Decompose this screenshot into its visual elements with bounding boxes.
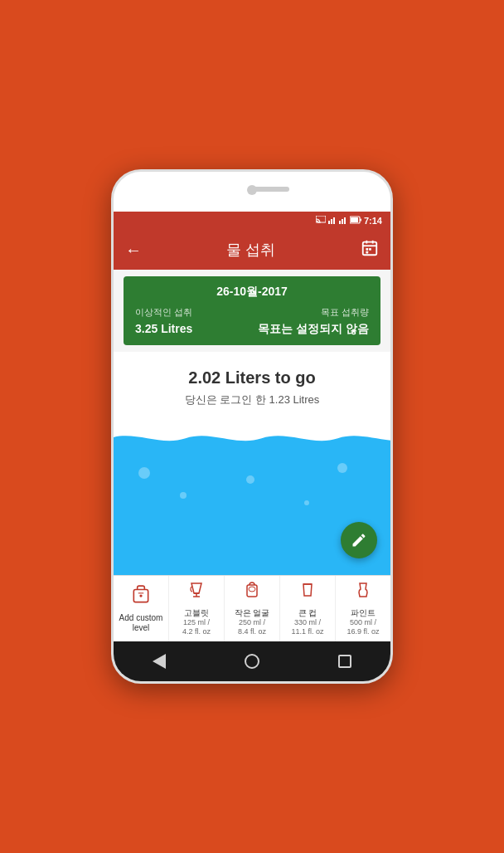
pint-label: 파인트	[351, 608, 376, 618]
phone-screen: 7:14 ← 물 섭취 26-10월-2017	[114, 212, 390, 641]
svg-rect-2	[331, 219, 332, 224]
svg-point-18	[139, 594, 142, 597]
svg-rect-9	[351, 217, 358, 222]
bubble5	[337, 463, 347, 473]
phone-speaker	[248, 187, 289, 192]
date-card: 26-10월-2017 이상적인 섭취 목표 섭취량 3.25 Litres 목…	[124, 276, 380, 345]
status-bar: 7:14	[114, 212, 390, 230]
svg-rect-8	[360, 219, 361, 222]
phone-frame: 7:14 ← 물 섭취 26-10월-2017	[111, 169, 393, 684]
svg-rect-5	[342, 219, 343, 224]
fab-button[interactable]	[341, 522, 377, 558]
status-icons: 7:14	[316, 216, 382, 226]
cast-icon	[316, 216, 326, 226]
goblet-icon	[187, 581, 206, 606]
ideal-value: 3.25 Litres	[135, 322, 192, 337]
nav-back-button[interactable]	[153, 654, 166, 669]
bottom-item-small-ice[interactable]: 작은 얼굴 250 ml /8.4 fl. oz	[225, 576, 280, 641]
nav-home-button[interactable]	[245, 654, 259, 669]
bottom-item-goblet[interactable]: 고블릿 125 ml /4.2 fl. oz	[169, 576, 225, 641]
small-ice-icon	[242, 581, 262, 606]
custom-icon	[130, 584, 152, 611]
svg-rect-16	[366, 251, 368, 253]
pint-icon	[353, 581, 373, 606]
svg-rect-4	[339, 221, 341, 224]
liters-to-go: 2.02 Liters to go	[188, 368, 315, 388]
bubble3	[246, 475, 254, 484]
big-cup-label: 큰 컵	[298, 608, 317, 618]
big-cup-sub: 330 ml /11.1 fl. oz	[291, 618, 323, 636]
svg-rect-6	[344, 217, 346, 224]
back-button[interactable]: ←	[125, 241, 142, 260]
bottom-item-pint[interactable]: 파인트 500 ml /16.9 fl. oz	[336, 576, 390, 641]
custom-label: Add customlevel	[119, 613, 163, 633]
pint-sub: 500 ml /16.9 fl. oz	[346, 618, 379, 636]
page-title: 물 섭취	[226, 240, 275, 260]
goal-label: 목표 섭취량	[321, 306, 369, 319]
svg-rect-1	[328, 221, 330, 224]
small-ice-sub: 250 ml /8.4 fl. oz	[238, 618, 266, 636]
signal-icon	[328, 216, 337, 226]
bottom-item-big-cup[interactable]: 큰 컵 330 ml /11.1 fl. oz	[280, 576, 336, 641]
svg-point-23	[249, 587, 255, 592]
bubble4	[304, 500, 309, 505]
nav-bar	[114, 641, 390, 681]
logged-text: 당신은 로그인 한 1.23 Litres	[185, 392, 320, 407]
main-content: 2.02 Liters to go 당신은 로그인 한 1.23 Litres	[114, 352, 390, 575]
svg-rect-15	[369, 248, 371, 251]
goal-value: 목표는 설정되지 않음	[258, 322, 369, 337]
bottom-item-custom[interactable]: Add customlevel	[114, 576, 169, 641]
battery-icon	[350, 216, 361, 226]
bubble2	[180, 492, 187, 499]
goblet-sub: 125 ml /4.2 fl. oz	[182, 618, 211, 636]
ideal-label: 이상적인 섭취	[135, 306, 192, 319]
date-title: 26-10월-2017	[135, 285, 369, 300]
status-time: 7:14	[364, 216, 382, 226]
signal2-icon	[339, 216, 347, 226]
bubble1	[138, 467, 150, 479]
calendar-icon[interactable]	[361, 239, 379, 261]
top-bar: ← 물 섭취	[114, 230, 390, 270]
bottom-bar: Add customlevel 고블릿 125 ml /4.2 fl. oz	[114, 575, 390, 641]
goblet-label: 고블릿	[184, 608, 209, 618]
nav-recent-button[interactable]	[338, 655, 351, 668]
small-ice-label: 작은 얼굴	[235, 608, 270, 618]
big-cup-icon	[298, 581, 317, 606]
svg-rect-3	[333, 217, 335, 224]
svg-rect-14	[366, 248, 368, 251]
